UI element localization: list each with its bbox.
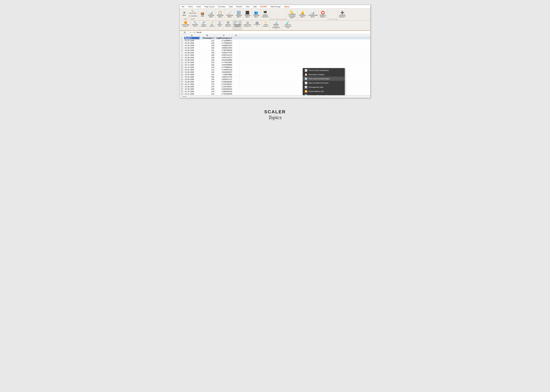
cell-a1[interactable]: Month ▾: [184, 37, 200, 39]
btn-doe[interactable]: 🧪 Design Of Experiments (DoE: [283, 21, 293, 28]
formula-input[interactable]: [196, 31, 370, 34]
menu-formulas[interactable]: Formulas: [217, 5, 226, 8]
r2g-text-mining: 📝 Text mining ▾: [208, 21, 216, 30]
rg-preparing: 📊 Preparing data ▾: [207, 9, 215, 20]
rg-modeling: ⬛ Modeling data ▾: [243, 9, 252, 20]
cochrane-icon: 🔢: [304, 94, 307, 95]
rg-correlation: 📐 Correlation/ Association tests ▾: [287, 9, 298, 20]
rg-analyzing: 🔢 Analyzing data ▾: [234, 9, 243, 20]
menu-view[interactable]: View: [245, 5, 250, 8]
rg-outliers: ⭕ Testing for outliers ▾: [318, 9, 327, 20]
menu-bar: File Home Insert Page Layout Formulas Da…: [180, 5, 370, 8]
confirm-icon[interactable]: ✓: [192, 31, 193, 34]
menu-review[interactable]: Review: [236, 5, 243, 8]
btn-spc[interactable]: 📊 Statistical Process Control (SPC) ▾: [271, 21, 281, 30]
ribbon-menu-btn[interactable]: ≡ Menu: [181, 11, 187, 16]
btn-timeseries[interactable]: 📉 Time series analysis ▾: [234, 21, 241, 27]
rg-clustering: 👥 Clustering data ▾: [252, 9, 261, 20]
btn-sensory[interactable]: 🟠 Sensory data analysis ▾: [181, 21, 190, 27]
menu-query[interactable]: Query: [284, 5, 290, 8]
rg-machine-learning: 🖥️ Machine learning ▾: [261, 9, 270, 20]
menu-table-design[interactable]: Table Design: [270, 5, 281, 8]
r2g-power: ⚡ Power analysis ▾: [262, 21, 270, 30]
dropdown-item-homogeneity[interactable]: 📊 Homogeneity tests: [303, 85, 344, 89]
cancel-icon[interactable]: ✕: [190, 31, 192, 34]
btn-bayesian[interactable]: 🕸️ Bayesian networks ▾: [225, 21, 232, 27]
menu-help[interactable]: Help: [252, 5, 257, 8]
btn-conjoint[interactable]: 🔗 Conjoint analysis ▾: [200, 21, 207, 27]
btn-power[interactable]: ⚡ Power analysis ▾: [262, 21, 269, 27]
col-header-a[interactable]: A: [184, 34, 200, 37]
dropdown-item-mann-kendall[interactable]: 📈 Mann-Kendall trend tests: [303, 81, 344, 85]
btn-outliers[interactable]: ⭕ Testing for outliers ▾: [319, 11, 326, 18]
menu-xlstat[interactable]: XLSTAT: [260, 5, 268, 8]
btn-nonparametric[interactable]: 📊 Nonparametric tests ▾: [308, 11, 317, 18]
cell-b1[interactable]: Passengers ▾: [200, 37, 215, 39]
menu-page-layout[interactable]: Page Layout: [204, 5, 215, 8]
btn-xlstatai[interactable]: 🤖 XLSTAT.ai ▾: [254, 21, 261, 27]
table-row: 8 01-07-1949 148 4.997212274: [180, 54, 370, 56]
ribbon-order-btn[interactable]: 📦 Order: [200, 11, 206, 17]
r2g-bayesian: 🕸️ Bayesian networks ▾: [224, 21, 233, 30]
r2g-conjoint: 🔗 Conjoint analysis ▾: [200, 21, 208, 30]
col-header-b[interactable]: B: [200, 34, 215, 37]
r2g-sensory: 🟠 Sensory data analysis ▾: [180, 21, 191, 30]
btn-decision[interactable]: ⚖️ Decision aid ▾: [217, 21, 223, 27]
dropdown-item-transformation[interactable]: 🔄 Time series transformation: [303, 77, 344, 81]
btn-analyzing[interactable]: 🔢 Analyzing data ▾: [235, 11, 242, 18]
r2g-xlstatai: 🤖 XLSTAT.ai ▾: [253, 21, 262, 30]
r2g-decision: ⚖️ Decision aid ▾: [216, 21, 224, 30]
btn-montecarlo[interactable]: 🎲 Monte Carlo simulations ▾: [243, 21, 251, 27]
col-header-d[interactable]: D: [233, 34, 239, 37]
btn-machine-learning[interactable]: 🖥️ Machine learning ▾: [262, 11, 269, 18]
btn-describing[interactable]: 📋 Describing data ▾: [216, 11, 224, 18]
function-icon[interactable]: fx: [194, 31, 195, 34]
btn-clustering[interactable]: 👥 Clustering data ▾: [253, 11, 260, 18]
menu-file[interactable]: File: [181, 5, 185, 8]
btn-text-mining[interactable]: 📝 Text mining ▾: [209, 21, 215, 27]
app-window: File Home Insert Page Layout Formulas Da…: [179, 5, 371, 98]
formula-bar: ✕ ✓ fx: [180, 31, 370, 34]
sheet-tab[interactable]: Sheet1: [180, 95, 188, 98]
homogeneity-icon: 📊: [304, 86, 307, 88]
btn-correlation[interactable]: 📐 Correlation/ Association tests ▾: [288, 10, 297, 19]
dropdown-item-visualization[interactable]: 📉 Times series visualization: [303, 68, 344, 72]
menu-insert[interactable]: Insert: [196, 5, 201, 8]
r2g-doe: 🧪 Design Of Experiments (DoE: [282, 21, 293, 30]
ribbon-workflow[interactable]: 📋 Workflow: [188, 14, 198, 17]
rg-visualizing: 📈 Visualizing data ▾: [225, 9, 234, 20]
rg-menu: ≡ Menu 🔍 Quick tools 📋 Workflow: [180, 9, 199, 20]
menu-data[interactable]: Data: [228, 5, 233, 8]
btn-marketing[interactable]: 🔍 Marketing tools ▾: [192, 21, 198, 27]
rg-advanced: ➕ Advanced features ▾: [338, 9, 347, 20]
table-row: 9 01-08-1949 148 4.997212274: [180, 56, 370, 59]
btn-modeling[interactable]: ⬛ Modeling data ▾: [244, 11, 251, 18]
r2g-timeseries: 📉 Time series analysis ▾: [233, 21, 242, 30]
btn-parametric[interactable]: 🔔 Parametric tests ▾: [299, 11, 306, 18]
btn-preparing[interactable]: 📊 Preparing data ▾: [207, 11, 214, 18]
dropdown-item-cochrane[interactable]: 🔢 Cochrane-Orcutt model: [303, 93, 344, 95]
cell-reference[interactable]: [180, 31, 189, 34]
cell-d1[interactable]: [233, 37, 239, 39]
dropdown-item-descriptive[interactable]: 📋 Descriptive analysis: [303, 72, 344, 77]
table-row: 12 01-11-1949 104 4.644390899: [180, 64, 370, 66]
col-header-c[interactable]: C: [215, 34, 233, 37]
cell-c1[interactable]: Log(Passengers) ▾: [215, 37, 233, 39]
spreadsheet-area: A B C D 1 Month ▾ Passengers ▾ Log(Passe…: [180, 34, 370, 95]
rg-nonparametric: 📊 Nonparametric tests ▾: [307, 9, 318, 20]
ribbon-main: ≡ Menu 🔍 Quick tools 📋 Workflow: [180, 8, 370, 21]
r2g-spc: 📊 Statistical Process Control (SPC) ▾: [270, 21, 282, 30]
ribbon: ≡ Menu 🔍 Quick tools 📋 Workflow: [180, 8, 370, 31]
btn-visualizing[interactable]: 📈 Visualizing data ▾: [226, 11, 233, 18]
transformation-icon: 🔄: [304, 77, 307, 80]
table-row: 2 01-01-1949 112 4.718498871: [180, 39, 370, 42]
menu-home[interactable]: Home: [187, 5, 193, 8]
dropdown-item-durbin-watson[interactable]: 🔀 Durbin-Watson test: [303, 89, 344, 93]
rg-parametric: 🔔 Parametric tests ▾: [298, 9, 307, 20]
btn-advanced[interactable]: ➕ Advanced features ▾: [339, 11, 346, 18]
table-row: 6 01-05-1949 121 4.795790546: [180, 49, 370, 52]
table-row: 4 01-03-1949 132 4.882801923: [180, 44, 370, 47]
table-row: 5 01-04-1949 129 4.859812404: [180, 47, 370, 49]
ribbon-quicktools[interactable]: 🔍 Quick tools: [188, 9, 198, 14]
r2g-marketing: 🔍 Marketing tools ▾: [191, 21, 199, 30]
